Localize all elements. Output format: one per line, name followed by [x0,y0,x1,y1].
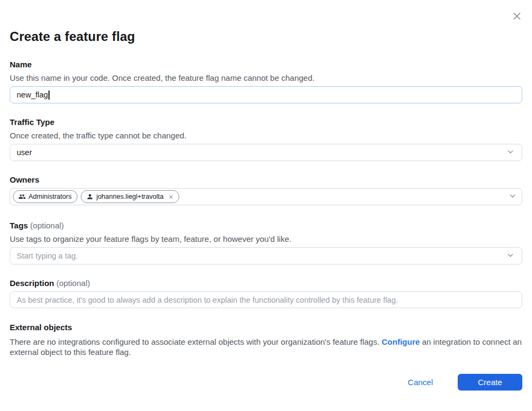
tags-placeholder: Start typing a tag. [17,252,78,260]
configure-link[interactable]: Configure [382,337,420,346]
owners-select[interactable]: Administrators johannes.liegl+travolta [10,188,522,205]
tags-label-text: Tags [10,221,28,230]
dialog-footer: Cancel Create [408,374,522,391]
owners-chips: Administrators johannes.liegl+travolta [13,190,508,203]
tags-optional-text: (optional) [30,221,64,230]
traffic-type-value: user [17,148,32,157]
name-input-value: new_flag [17,90,48,99]
name-label: Name [10,59,522,70]
description-optional-text: (optional) [57,278,90,288]
tags-label: Tags (optional) [10,220,522,231]
owners-label: Owners [10,175,522,185]
cancel-button[interactable]: Cancel [408,378,433,387]
tags-select[interactable]: Start typing a tag. [10,247,522,264]
dialog-title: Create a feature flag [10,0,522,45]
owner-chip-label: johannes.liegl+travolta [96,193,164,200]
external-objects-text: There are no integrations configured to … [10,337,522,357]
tags-help-text: Use tags to organize your feature flags … [10,234,522,245]
close-icon[interactable] [508,8,526,25]
owner-chip-johannes[interactable]: johannes.liegl+travolta [81,190,179,203]
external-objects-text-before: There are no integrations configured to … [10,337,382,346]
person-icon [86,193,94,200]
group-icon [18,193,26,200]
traffic-type-label: Traffic Type [10,117,522,128]
description-label-text: Description [10,278,54,288]
external-objects-label: External objects [10,322,522,333]
traffic-type-select[interactable]: user [10,144,522,161]
create-button[interactable]: Create [458,374,522,391]
name-help-text: Use this name in your code. Once created… [10,73,522,83]
owner-chip-administrators[interactable]: Administrators [13,190,78,203]
traffic-type-help-text: Once created, the traffic type cannot be… [10,130,522,141]
description-label: Description (optional) [10,278,522,289]
text-caret [48,90,50,100]
chevron-down-icon [506,251,515,261]
name-input[interactable]: new_flag [10,86,522,103]
create-feature-flag-dialog: Create a feature flag Name Use this name… [0,0,532,411]
owner-chip-label: Administrators [29,193,72,200]
description-input[interactable] [10,291,522,308]
remove-owner-icon[interactable] [167,193,175,200]
chevron-down-icon [506,148,515,158]
chevron-down-icon [508,192,517,202]
